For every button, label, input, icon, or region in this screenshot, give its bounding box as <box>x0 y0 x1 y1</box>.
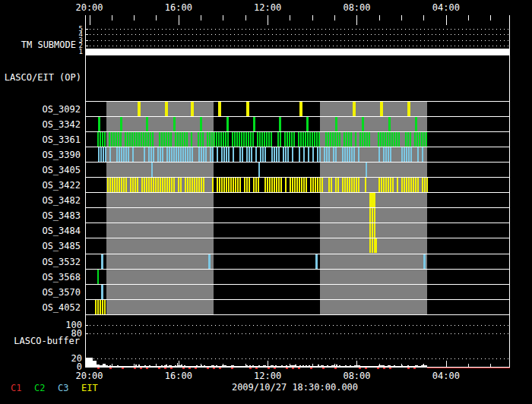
event-bar-OS_3390 <box>351 147 353 162</box>
event-bar-OS_3361 <box>220 132 222 147</box>
event-bar-OS_3361 <box>330 132 331 147</box>
event-bar-OS_3361 <box>318 132 320 147</box>
c1-red-dash <box>268 368 270 369</box>
event-bar-OS_3422 <box>119 178 120 192</box>
event-bar-OS_3390 <box>401 147 403 162</box>
event-bar-OS_3390 <box>109 147 111 162</box>
event-bar-OS_3422 <box>408 178 410 192</box>
event-bar-OS_3422 <box>306 178 307 192</box>
x-minor-tick <box>423 15 424 21</box>
c1-red-dash <box>365 368 367 369</box>
event-bar-OS_3422 <box>171 178 173 192</box>
event-bar-OS_3422 <box>123 178 125 192</box>
event-bar-OS_3422 <box>130 178 131 192</box>
buffer-gridline <box>86 333 510 334</box>
event-bar-OS_3361 <box>248 132 249 147</box>
x-major-tick <box>268 15 268 25</box>
event-bar-OS_3405 <box>258 163 260 177</box>
event-bar-OS_3361 <box>300 132 302 147</box>
c1-red-dash <box>298 368 300 369</box>
event-bar-OS_3361 <box>209 132 211 147</box>
row-separator <box>85 299 510 300</box>
event-bar-OS_3422 <box>406 178 407 192</box>
event-bar-OS_3361 <box>387 132 388 147</box>
event-bar-OS_3422 <box>160 178 161 192</box>
event-bar-OS_3361 <box>305 132 306 147</box>
buffer-gridline <box>86 325 510 326</box>
x-minor-tick-bottom <box>334 364 335 367</box>
event-bar-OS_3092 <box>218 102 221 116</box>
x-minor-tick <box>156 15 157 21</box>
bottom-axis-line <box>85 367 510 368</box>
row-label-OS_3390: OS_3390 <box>5 150 81 160</box>
x-minor-tick <box>334 15 335 21</box>
x-minor-tick-bottom <box>401 364 402 367</box>
event-bar-OS_3361 <box>396 132 397 147</box>
event-bar-OS_3361 <box>287 132 288 147</box>
event-bar-OS_3422 <box>356 178 357 192</box>
event-bar-OS_3390 <box>383 147 385 162</box>
event-bar-OS_3361 <box>97 132 99 147</box>
datetime-label: 2009/10/27 18:30:00.000 <box>181 382 409 393</box>
x-minor-tick <box>201 15 201 21</box>
event-bar-OS_3361 <box>291 132 293 147</box>
event-bar-OS_3390 <box>148 147 150 162</box>
event-bar-OS_3342 <box>335 117 337 131</box>
event-bar-OS_3422 <box>198 178 200 192</box>
row-label-OS_3405: OS_3405 <box>5 165 81 175</box>
x-minor-tick-bottom <box>490 364 491 367</box>
x-minor-tick <box>490 15 491 21</box>
c1-red-dash <box>213 368 215 369</box>
x-tick-label-bottom: 08:00 <box>334 371 379 381</box>
event-bar-OS_3361 <box>398 132 400 147</box>
event-bar-OS_3390 <box>128 147 129 162</box>
x-tick-label: 12:00 <box>245 2 290 13</box>
event-bar-OS_3361 <box>170 132 172 147</box>
x-minor-tick-bottom <box>134 364 135 367</box>
event-bar-OS_3422 <box>328 178 330 192</box>
event-bar-OS_3390 <box>178 147 179 162</box>
x-major-tick <box>446 15 447 25</box>
event-bar-OS_3422 <box>292 178 293 192</box>
event-bar-OS_3422 <box>294 178 296 192</box>
event-bar-OS_3422 <box>112 178 113 192</box>
x-major-tick-bottom <box>356 361 357 367</box>
event-bar-OS_3390 <box>422 147 423 162</box>
event-bar-OS_3422 <box>219 178 220 192</box>
c1-red-dash <box>158 368 160 369</box>
event-bar-OS_3390 <box>203 147 204 162</box>
event-bar-OS_3361 <box>264 132 265 147</box>
row-label-OS_3532: OS_3532 <box>5 257 81 267</box>
event-bar-OS_3390 <box>221 147 223 162</box>
event-bar-OS_3482 <box>369 193 375 207</box>
x-tick-label-bottom: 20:00 <box>67 371 112 381</box>
x-major-tick <box>179 15 179 25</box>
event-bar-OS_3361 <box>355 132 356 147</box>
event-bar-OS_3422 <box>132 178 134 192</box>
row-label-OS_4052: OS_4052 <box>5 302 81 313</box>
event-bar-OS_3483 <box>372 208 373 223</box>
event-bar-OS_3361 <box>218 132 220 147</box>
event-bar-OS_3422 <box>303 178 305 192</box>
event-bar-OS_3422 <box>385 178 387 192</box>
event-bar-OS_3422 <box>410 178 412 192</box>
event-bar-OS_3342 <box>146 117 148 131</box>
event-bar-OS_3390 <box>410 147 412 162</box>
x-major-tick-bottom <box>179 361 179 367</box>
event-bar-OS_3390 <box>344 147 346 162</box>
event-bar-OS_3422 <box>321 178 323 192</box>
event-bar-OS_3422 <box>397 178 398 192</box>
event-bar-OS_3422 <box>164 178 166 192</box>
event-bar-OS_3422 <box>230 178 232 192</box>
event-bar-OS_3361 <box>125 132 126 147</box>
x-minor-tick <box>134 15 135 21</box>
event-bar-OS_3361 <box>369 132 370 147</box>
row-label-OS_3484: OS_3484 <box>5 226 81 236</box>
event-bar-OS_3532 <box>208 254 211 269</box>
event-bar-OS_3422 <box>276 178 277 192</box>
c1-red-dash <box>170 368 173 369</box>
event-bar-OS_3422 <box>280 178 282 192</box>
event-bar-OS_4052 <box>97 300 99 314</box>
event-bar-OS_3390 <box>153 147 154 162</box>
event-bar-OS_3361 <box>261 132 263 147</box>
